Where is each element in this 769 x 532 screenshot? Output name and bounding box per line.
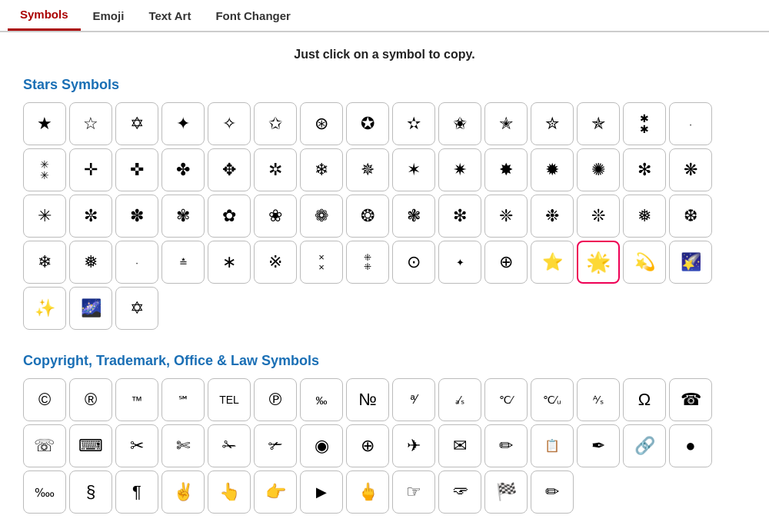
sym-btn[interactable]: ☞ <box>392 470 435 514</box>
sym-btn[interactable]: ✥ <box>208 148 251 191</box>
sym-btn[interactable]: ® <box>69 378 112 421</box>
sym-btn[interactable]: ⊕ <box>484 241 528 284</box>
sym-btn[interactable]: ✩ <box>254 102 297 145</box>
sym-btn[interactable]: ☆ <box>69 102 112 145</box>
sym-btn[interactable]: 🔗 <box>623 424 666 467</box>
sym-btn[interactable]: ❉ <box>531 195 574 238</box>
sym-btn[interactable]: ✌ <box>161 470 205 514</box>
sym-btn[interactable]: ₐ⁄ₛ <box>438 378 481 421</box>
sym-btn[interactable]: ❁ <box>300 195 343 238</box>
sym-btn[interactable]: ✳✳ <box>23 148 66 191</box>
sym-btn[interactable]: ❄ <box>23 241 66 284</box>
sym-btn[interactable]: 🖙 <box>438 470 481 514</box>
sym-btn[interactable]: ❄ <box>300 148 343 191</box>
sym-btn[interactable]: ❀ <box>254 195 297 238</box>
tab-text-art[interactable]: Text Art <box>136 2 203 30</box>
sym-btn[interactable]: ✏ <box>484 424 528 467</box>
sym-btn[interactable]: 🌠 <box>669 241 712 284</box>
tab-font-changer[interactable]: Font Changer <box>203 2 303 30</box>
sym-btn[interactable]: ✄ <box>161 424 205 467</box>
sym-btn[interactable]: · <box>115 241 158 284</box>
sym-btn[interactable]: ✤ <box>161 148 205 191</box>
sym-btn[interactable]: ❅ <box>623 195 666 238</box>
sym-btn[interactable]: 🌟 <box>577 241 620 284</box>
sym-btn[interactable]: ✼ <box>69 195 112 238</box>
tab-symbols[interactable]: Symbols <box>8 0 81 31</box>
sym-btn[interactable]: ★ <box>23 102 66 145</box>
sym-btn[interactable]: ¶ <box>115 470 158 514</box>
tab-emoji[interactable]: Emoji <box>81 2 137 30</box>
sym-btn[interactable]: ❆ <box>669 195 712 238</box>
sym-btn[interactable]: ✜ <box>115 148 158 191</box>
sym-btn[interactable]: ⁜⁜ <box>346 241 389 284</box>
sym-btn[interactable]: ⊙ <box>392 241 435 284</box>
sym-btn[interactable]: ª⁄ <box>392 378 435 421</box>
sym-btn[interactable]: 🌌 <box>69 287 112 330</box>
sym-btn[interactable]: ℗ <box>254 378 297 421</box>
sym-btn[interactable]: ✂ <box>115 424 158 467</box>
sym-btn[interactable]: ✦ <box>438 241 481 284</box>
sym-btn[interactable]: 👆 <box>208 470 251 514</box>
sym-btn[interactable]: ※ <box>254 241 297 284</box>
sym-btn[interactable]: © <box>23 378 66 421</box>
sym-btn[interactable]: § <box>69 470 112 514</box>
sym-btn[interactable]: ✵ <box>346 148 389 191</box>
sym-btn[interactable]: ᴬ⁄ₛ <box>577 378 620 421</box>
sym-btn[interactable]: ✶ <box>392 148 435 191</box>
sym-btn[interactable]: ❋ <box>669 148 712 191</box>
sym-btn[interactable]: ‱ <box>23 470 66 514</box>
sym-btn[interactable]: 📋 <box>531 424 574 467</box>
sym-btn[interactable]: ✪ <box>346 102 389 145</box>
sym-btn[interactable]: ✿ <box>208 195 251 238</box>
sym-btn[interactable]: ✡ <box>115 287 158 330</box>
sym-btn[interactable]: ✫ <box>392 102 435 145</box>
sym-btn[interactable]: ✈ <box>392 424 435 467</box>
sym-btn[interactable]: · <box>669 102 712 145</box>
sym-btn[interactable]: ✏ <box>531 470 574 514</box>
sym-btn[interactable]: ✒ <box>577 424 620 467</box>
sym-btn[interactable]: ❈ <box>484 195 528 238</box>
sym-btn[interactable]: ❂ <box>346 195 389 238</box>
sym-btn[interactable]: ✳ <box>23 195 66 238</box>
sym-btn[interactable]: ✺ <box>577 148 620 191</box>
sym-btn[interactable]: 👉 <box>254 470 297 514</box>
sym-btn[interactable]: ❅ <box>69 241 112 284</box>
sym-btn[interactable]: ‰ <box>300 378 343 421</box>
sym-btn[interactable]: ✦ <box>161 102 205 145</box>
sym-btn[interactable]: 🖕 <box>346 470 389 514</box>
sym-btn[interactable]: ✃ <box>254 424 297 467</box>
sym-btn[interactable]: ✱✱ <box>623 102 666 145</box>
sym-btn[interactable]: ×× <box>300 241 343 284</box>
sym-btn[interactable]: ✹ <box>531 148 574 191</box>
sym-btn[interactable]: ∗ <box>208 241 251 284</box>
sym-btn[interactable]: ✧ <box>208 102 251 145</box>
sym-btn[interactable]: ≛ <box>161 241 205 284</box>
sym-btn[interactable]: ☏ <box>23 424 66 467</box>
sym-btn[interactable]: ✽ <box>115 195 158 238</box>
sym-btn[interactable]: ✸ <box>484 148 528 191</box>
sym-btn[interactable]: ❃ <box>392 195 435 238</box>
sym-btn[interactable]: 💫 <box>623 241 666 284</box>
sym-btn[interactable]: ✲ <box>254 148 297 191</box>
sym-btn[interactable]: ✉ <box>438 424 481 467</box>
sym-btn[interactable]: ❊ <box>577 195 620 238</box>
sym-btn[interactable]: ✬ <box>438 102 481 145</box>
sym-btn[interactable]: ✮ <box>531 102 574 145</box>
sym-btn[interactable]: ™ <box>115 378 158 421</box>
sym-btn[interactable]: ✛ <box>69 148 112 191</box>
sym-btn[interactable]: ▶ <box>300 470 343 514</box>
sym-btn[interactable]: ❇ <box>438 195 481 238</box>
sym-btn[interactable]: № <box>346 378 389 421</box>
sym-btn[interactable]: ⊛ <box>300 102 343 145</box>
sym-btn[interactable]: ☎ <box>669 378 712 421</box>
sym-btn[interactable]: Ω <box>623 378 666 421</box>
sym-btn[interactable]: ✯ <box>577 102 620 145</box>
sym-btn[interactable]: ✨ <box>23 287 66 330</box>
sym-btn[interactable]: ✭ <box>484 102 528 145</box>
sym-btn[interactable]: ✁ <box>208 424 251 467</box>
sym-btn[interactable]: ● <box>669 424 712 467</box>
sym-btn[interactable]: ◉ <box>300 424 343 467</box>
sym-btn[interactable]: ✾ <box>161 195 205 238</box>
sym-btn[interactable]: ⊕ <box>346 424 389 467</box>
sym-btn[interactable]: TEL <box>208 378 251 421</box>
